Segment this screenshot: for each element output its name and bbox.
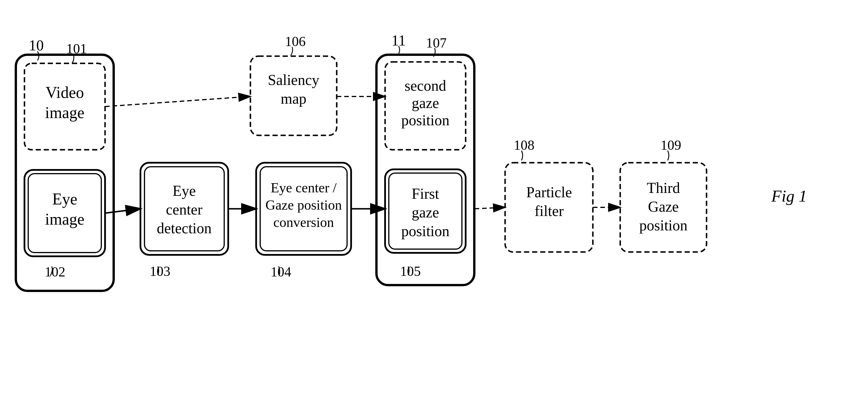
text-107-line3: position (401, 112, 450, 128)
text-103-line1: Eye (173, 183, 196, 199)
label-101: 101 (66, 41, 87, 56)
text-101-line1: Video (45, 84, 84, 101)
text-106-line2: map (281, 90, 307, 107)
text-108-line1: Particle (526, 184, 572, 201)
text-103-line2: center (166, 201, 202, 218)
text-109-line3: position (639, 217, 687, 234)
text-108-line2: filter (534, 203, 563, 219)
label-106: 106 (285, 34, 306, 49)
text-106-line1: Saliency (268, 72, 319, 88)
label-102: 102 (44, 264, 65, 279)
diagram-container: 10 101 Video image 102 Eye image 103 Eye… (0, 0, 868, 417)
label-108: 108 (514, 137, 534, 153)
fig-label: Fig 1 (771, 187, 807, 205)
arrow-101-to-106 (105, 96, 250, 107)
text-104-line1: Eye center / (271, 180, 337, 195)
text-104-line2: Gaze position (265, 197, 342, 212)
text-105-line3: position (401, 223, 450, 239)
text-102-line1: Eye (52, 190, 77, 208)
text-109-line1: Third (647, 180, 680, 196)
text-103-line3: detection (157, 220, 212, 236)
label-10: 10 (29, 37, 44, 54)
text-109-line2: Gaze (648, 199, 679, 215)
text-105-line2: gaze (411, 204, 439, 220)
text-107-line2: gaze (411, 95, 439, 111)
arrow-105-to-108 (474, 207, 504, 209)
label-105: 105 (400, 264, 421, 279)
text-101-line2: image (45, 104, 85, 122)
label-103: 103 (150, 264, 170, 279)
text-104-line3: conversion (273, 214, 334, 230)
label-104: 104 (271, 264, 291, 279)
arrow-102-to-103 (105, 209, 140, 213)
text-107-line1: second (405, 78, 446, 94)
label-107: 107 (426, 35, 447, 50)
label-109: 109 (660, 137, 681, 153)
text-102-line2: image (45, 210, 85, 228)
text-105-line1: First (411, 185, 439, 202)
